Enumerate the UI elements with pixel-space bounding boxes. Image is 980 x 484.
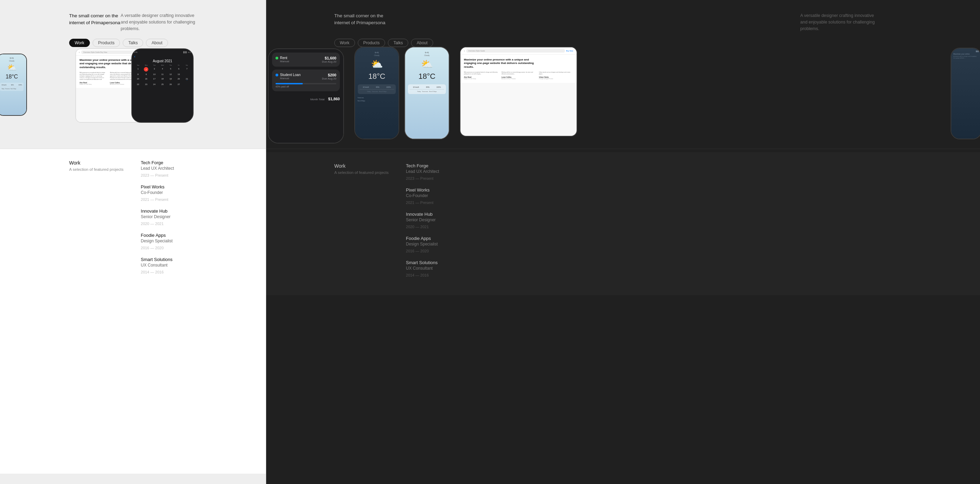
job3-dates: 2020 — 2021 xyxy=(141,221,197,226)
finance-screen: Rent Manual $1,600 Due Aug 20 xyxy=(269,49,343,143)
loan-progress-bar xyxy=(275,83,303,84)
dark-weather-temp: 18°C xyxy=(368,72,385,81)
job3-role: Senior Designer xyxy=(141,214,197,219)
total-amount: $1,860 xyxy=(328,97,340,101)
cal-statusbar: 9:41▌▌▌ ≋ ⊡ xyxy=(134,51,191,53)
right-work-subtitle: A selection of featured projects xyxy=(334,170,388,175)
loan-dot xyxy=(275,74,278,76)
job1-company: Tech Forge xyxy=(141,160,197,165)
rjob3-company: Innovate Hub xyxy=(406,212,912,217)
loan-progress-label: 45% paid off xyxy=(275,85,336,88)
left-jobs-list: Tech Forge Lead UX Architect 2023 — Pres… xyxy=(141,160,197,281)
rjob-3: Innovate Hub Senior Designer 2020 — 2021 xyxy=(406,212,912,229)
job2-role: Co-Founder xyxy=(141,190,197,195)
loan-amount: $200 xyxy=(322,73,336,77)
loan-label: Student Loan xyxy=(280,73,301,77)
rjob4-dates: 2016 — 2020 xyxy=(406,249,912,253)
job5-dates: 2014 — 2016 xyxy=(141,270,197,274)
rjob2-role: Co-Founder xyxy=(406,193,912,198)
job4-company: Foodie Apps xyxy=(141,232,197,238)
rjob4-company: Foodie Apps xyxy=(406,236,912,241)
finance-total-row: Month Total $1,860 xyxy=(272,94,340,102)
finance-card-rent: Rent Manual $1,600 Due Aug 20 xyxy=(272,53,340,67)
phone1-stats: 10 km/h84%100% Today Tomorrow Next 3 Day… xyxy=(0,83,23,91)
job-3: Innovate Hub Senior Designer 2020 — 2021 xyxy=(141,209,197,226)
job3-company: Innovate Hub xyxy=(141,209,197,213)
cal-day-headers: Sun Mon Tue Wed Thu Fri Sat xyxy=(134,64,191,66)
rjob-2: Pixel Works Co-Founder 2021 — Present xyxy=(406,187,912,205)
rent-label: Rent xyxy=(280,56,287,60)
finance-card-loan: Student Loan Manual $200 Due Aug 20 xyxy=(272,70,340,91)
rjob2-dates: 2021 — Present xyxy=(406,201,912,205)
rjob-5: Smart Solutions UX Consultant 2014 — 201… xyxy=(406,260,912,277)
dark-weather-phone-2: 9:41 Cloudy ⛅ 18°C 10 km/h84%100% Today … xyxy=(404,47,449,139)
left-header: The small corner on the internet of Prim… xyxy=(0,0,266,32)
left-site-desc: A versatile designer crafting innovative… xyxy=(121,13,197,32)
loan-progress-bg xyxy=(275,83,336,84)
tablet-col-1: With possesses an exceptional talent for… xyxy=(80,72,107,85)
dark-tablet: ‹ Overview Style Guide Buy Now Maximize … xyxy=(460,47,577,137)
right-work-title: Work xyxy=(334,163,388,169)
total-label: Month Total xyxy=(310,98,325,101)
rent-sublabel: Manual xyxy=(280,60,289,63)
job-4: Foodie Apps Design Specialist 2016 — 202… xyxy=(141,232,197,250)
left-site-title: The small corner on the internet of Prim… xyxy=(69,13,121,26)
rjob5-dates: 2014 — 2016 xyxy=(406,273,912,277)
calendar-screen: 9:41▌▌▌ ≋ ⊡ ‹ August 2021 Sun Mon Tue We… xyxy=(132,49,193,122)
left-devices: 9:41 Cloudy ⛅ 18°C 10 km/h84%100% Today … xyxy=(0,45,266,138)
job-2: Pixel Works Co-Founder 2021 — Present xyxy=(141,184,197,202)
job1-role: Lead UX Architect xyxy=(141,166,197,171)
left-panel: The small corner on the internet of Prim… xyxy=(0,0,266,484)
rent-due: Due Aug 20 xyxy=(322,60,336,63)
job2-dates: 2021 — Present xyxy=(141,197,197,202)
rjob-1: Tech Forge Lead UX Architect 2023 — Pres… xyxy=(406,163,912,180)
right-header: The small corner on the internet of Prim… xyxy=(266,0,980,32)
rjob5-company: Smart Solutions xyxy=(406,260,912,265)
right-jobs-list: Tech Forge Lead UX Architect 2023 — Pres… xyxy=(406,163,912,284)
job4-role: Design Specialist xyxy=(141,239,197,244)
phone1-icon: ⛅ xyxy=(7,63,17,72)
right-work-flex: Work A selection of featured projects Te… xyxy=(334,163,912,284)
rjob1-dates: 2023 — Present xyxy=(406,176,912,180)
left-work-subtitle: A selection of featured projects xyxy=(69,167,123,172)
col1-role: Initiator at Code Camp xyxy=(80,84,107,85)
job4-dates: 2016 — 2020 xyxy=(141,246,197,250)
loan-sublabel: Manual xyxy=(280,77,301,80)
col1-text: With possesses an exceptional talent for… xyxy=(80,72,107,80)
rjob5-role: UX Consultant xyxy=(406,266,912,271)
right-separator xyxy=(266,149,980,149)
cal-back: ‹ xyxy=(134,55,191,59)
left-work-left: Work A selection of featured projects xyxy=(69,160,123,281)
job-5: Smart Solutions UX Consultant 2014 — 201… xyxy=(141,257,197,274)
left-work-section: Work A selection of featured projects Te… xyxy=(0,149,266,474)
right-work-section: Work A selection of featured projects Te… xyxy=(266,152,980,295)
job5-company: Smart Solutions xyxy=(141,257,197,262)
rjob3-dates: 2020 — 2021 xyxy=(406,225,912,229)
right-devices: Rent Manual $1,600 Due Aug 20 xyxy=(266,45,980,145)
cal-grid: 1 2 3 4 5 6 7 8 9 10 11 12 13 1 xyxy=(134,67,191,86)
cal-month: August 2021 xyxy=(134,59,191,63)
finance-phone: Rent Manual $1,600 Due Aug 20 xyxy=(268,48,344,143)
dark-weather-phone-1: 9:41 Cloudy ⛅ 18°C 10 km/h84%100% Today … xyxy=(354,47,399,139)
tablet-back-icon: ‹ xyxy=(79,51,80,54)
dark-phone-edge: ▌▌▌ Maximize your online presence with a… xyxy=(951,48,980,139)
phone1-temp: 18°C xyxy=(6,74,18,80)
rent-dot xyxy=(275,57,278,59)
left-work-flex: Work A selection of featured projects Te… xyxy=(69,160,197,281)
job2-company: Pixel Works xyxy=(141,184,197,189)
rjob1-role: Lead UX Architect xyxy=(406,169,912,174)
job-1: Tech Forge Lead UX Architect 2023 — Pres… xyxy=(141,160,197,177)
rjob1-company: Tech Forge xyxy=(406,163,912,168)
job5-role: UX Consultant xyxy=(141,263,197,267)
phone-1: 9:41 Cloudy ⛅ 18°C 10 km/h84%100% Today … xyxy=(0,54,27,116)
phone1-time: 9:41 xyxy=(10,57,14,59)
phone-calendar: 9:41▌▌▌ ≋ ⊡ ‹ August 2021 Sun Mon Tue We… xyxy=(131,48,194,123)
loan-due: Due Aug 20 xyxy=(322,77,336,80)
rjob-4: Foodie Apps Design Specialist 2016 — 202… xyxy=(406,236,912,253)
right-site-title: The small corner on the internet of Prim… xyxy=(334,13,400,26)
left-work-title: Work xyxy=(69,160,123,166)
rent-amount: $1,600 xyxy=(322,56,336,60)
rjob3-role: Senior Designer xyxy=(406,217,912,222)
job1-dates: 2023 — Present xyxy=(141,173,197,177)
rjob4-role: Design Specialist xyxy=(406,242,912,247)
